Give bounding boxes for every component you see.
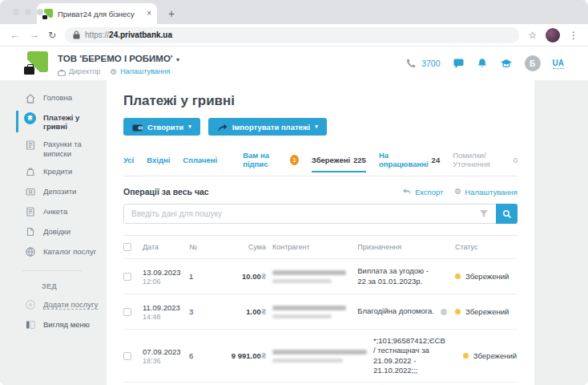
payment-purpose: *;101;96587412;ЄСВ / тестнащнач за 21.09… xyxy=(373,336,457,375)
table-row[interactable]: 07.09.202318:36 6 9 991.00₴ *;101;965874… xyxy=(123,329,518,382)
export-link[interactable]: Експорт xyxy=(402,188,443,197)
chat-icon[interactable] xyxy=(453,58,465,69)
payment-purpose: Благодійна допомога. xyxy=(357,306,449,316)
sidebar-item-accounts[interactable]: Рахунки та виписки xyxy=(0,135,107,161)
site-header: ТОВ 'БЕРЕМО І РОБИМО' ▾ Директор ⚙ Налаш… xyxy=(0,47,588,80)
create-button[interactable]: Створити ▾ xyxy=(123,118,200,136)
operations-title: Операції за весь час xyxy=(123,187,209,197)
hryvnia-icon: ₴ xyxy=(24,112,36,124)
doc-number: 3 xyxy=(189,307,213,316)
role-label: Директор xyxy=(69,67,100,76)
sidebar-add-service[interactable]: Додати послугу xyxy=(0,295,107,315)
row-checkbox[interactable] xyxy=(123,352,131,360)
url-scheme: https:// xyxy=(85,30,109,39)
bell-icon[interactable] xyxy=(477,58,488,69)
plus-circle-icon xyxy=(24,299,36,311)
privat24-favicon xyxy=(42,9,53,19)
reload-icon[interactable]: ↻ xyxy=(48,30,56,40)
sidebar-menu-view[interactable]: Вигляд меню xyxy=(0,315,107,335)
payments-tabs: Усі Вхідні Сплачені Вам на підпис 1 Збер… xyxy=(123,151,518,176)
company-name[interactable]: ТОВ 'БЕРЕМО І РОБИМО' xyxy=(58,54,173,63)
sidebar-item-deposits[interactable]: Депозити xyxy=(0,182,107,202)
status-badge: Збережений xyxy=(455,272,518,281)
education-cap-icon[interactable] xyxy=(500,59,513,69)
browser-menu-icon[interactable]: ⋮ xyxy=(569,30,578,41)
table-row[interactable]: 07.09.202312:58 5 0.01₴ тест кеш-апі Збе… xyxy=(123,382,518,385)
privatbank-logo xyxy=(24,51,48,75)
browser-tab[interactable]: Приват24 для бізнесу × xyxy=(37,3,157,24)
status-dot xyxy=(455,274,461,279)
sidebar-item-home[interactable]: Головна xyxy=(0,88,107,108)
tab-all[interactable]: Усі xyxy=(123,156,134,164)
sidebar-item-certificates[interactable]: Довідки xyxy=(0,222,107,242)
row-checkbox[interactable] xyxy=(123,308,131,316)
table-header: Дата № Сума Контрагент Призначення Стату… xyxy=(123,235,518,258)
payment-purpose: Виплата за угодою - 22 за 01.01.2023р. xyxy=(357,266,449,286)
language-selector[interactable]: UA xyxy=(553,59,564,69)
filter-funnel-icon[interactable] xyxy=(479,209,489,218)
table-row[interactable]: 13.09.202312:06 1 10.00₴ Виплата за угод… xyxy=(123,258,518,294)
form-icon xyxy=(24,206,36,218)
caret-down-icon: ▾ xyxy=(315,124,318,130)
doc-number: 6 xyxy=(189,351,213,360)
new-tab-button[interactable]: + xyxy=(168,7,175,24)
sidebar-item-catalog[interactable]: Каталог послуг xyxy=(0,242,107,262)
header-settings-link[interactable]: Налаштування xyxy=(120,67,170,76)
sidebar-divider xyxy=(22,270,83,271)
lock-icon xyxy=(73,30,80,39)
tab-incoming[interactable]: Вхідні xyxy=(147,156,170,164)
back-icon[interactable]: ← xyxy=(10,30,20,40)
errors-count: 0 xyxy=(513,156,518,164)
select-all-checkbox[interactable] xyxy=(123,243,131,251)
payments-table: Дата № Сума Контрагент Призначення Стату… xyxy=(123,235,518,385)
amount: 10.00₴ xyxy=(219,272,266,281)
table-settings-link[interactable]: ⚙ Налаштування xyxy=(454,188,518,197)
counterparty-redacted xyxy=(272,270,351,283)
sidebar: Головна ₴ Платежі у гривні Рахунки та ви… xyxy=(0,80,107,385)
url-host: 24.privatbank.ua xyxy=(109,30,172,39)
counterparty-redacted xyxy=(272,350,367,363)
company-caret-icon[interactable]: ▾ xyxy=(176,56,179,63)
browser-tab-strip: Приват24 для бізнесу × + xyxy=(0,0,588,24)
import-arrow-icon xyxy=(217,123,228,132)
money-bag-icon xyxy=(24,166,36,178)
search-icon xyxy=(502,209,512,219)
status-dot xyxy=(455,309,461,314)
search-input[interactable] xyxy=(123,204,518,224)
main-panel: Платежі у гривні Створити ▾ Імпортувати … xyxy=(107,80,534,385)
import-payments-button[interactable]: Імпортувати платежі ▾ xyxy=(208,118,327,136)
search-button[interactable] xyxy=(496,204,518,224)
wallet-icon xyxy=(132,123,143,132)
sidebar-section-zed: ЗЕД xyxy=(0,279,107,295)
status-dot xyxy=(463,353,469,359)
tab-processing[interactable]: На опрацюванні 24 xyxy=(379,151,440,168)
gear-icon: ⚙ xyxy=(110,68,117,76)
phone-icon xyxy=(405,58,417,69)
sidebar-item-credits[interactable]: Кредити xyxy=(0,162,107,182)
support-phone[interactable]: 3700 xyxy=(421,59,440,68)
tab-saved[interactable]: Збережені 225 xyxy=(312,156,366,164)
briefcase-icon xyxy=(58,69,66,76)
status-badge: Збережений xyxy=(455,307,518,316)
company-block[interactable]: ТОВ 'БЕРЕМО І РОБИМО' ▾ Директор ⚙ Налаш… xyxy=(58,50,179,76)
statement-icon xyxy=(24,139,36,151)
forward-icon[interactable]: → xyxy=(29,30,39,40)
menu-layout-icon xyxy=(24,319,36,331)
sidebar-item-questionnaire[interactable]: Анкета xyxy=(0,202,107,222)
user-avatar[interactable]: Б xyxy=(525,55,541,71)
tab-errors[interactable]: Помилки/Уточнення 0 xyxy=(453,151,518,168)
tab-paid[interactable]: Сплачені xyxy=(183,156,217,164)
sidebar-item-payments[interactable]: ₴ Платежі у гривні xyxy=(0,108,107,135)
url-text: https://24.privatbank.ua xyxy=(85,30,172,39)
window-controls[interactable] xyxy=(13,9,43,15)
comment-icon[interactable] xyxy=(441,309,447,315)
gear-icon: ⚙ xyxy=(454,188,461,196)
tab-close-icon[interactable]: × xyxy=(147,10,151,18)
doc-number: 1 xyxy=(189,272,213,281)
row-checkbox[interactable] xyxy=(123,273,131,281)
bookmark-star-icon[interactable]: ☆ xyxy=(528,30,537,41)
browser-profile-avatar[interactable] xyxy=(546,28,560,43)
tab-for-signature[interactable]: Вам на підпис 1 xyxy=(243,151,299,168)
address-bar[interactable]: https://24.privatbank.ua xyxy=(65,27,519,43)
table-row[interactable]: 11.09.202314:48 3 1.00₴ Благодійна допом… xyxy=(123,294,518,329)
